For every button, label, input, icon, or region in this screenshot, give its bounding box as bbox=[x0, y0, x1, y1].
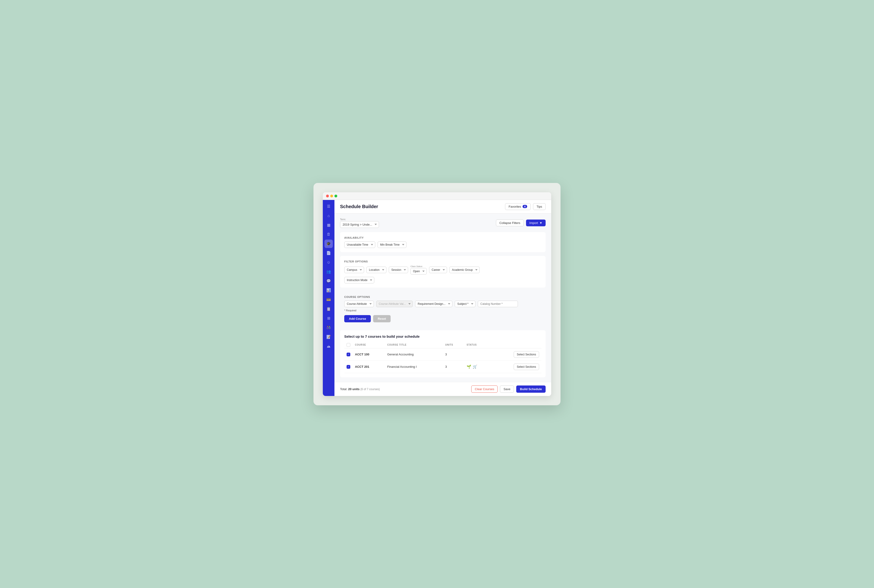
sidebar-face-icon[interactable]: ☺ bbox=[324, 258, 333, 267]
sidebar-document-icon[interactable]: 📄 bbox=[324, 249, 333, 257]
save-button[interactable]: Save bbox=[500, 386, 514, 393]
sidebar-clipboard-icon[interactable]: 📝 bbox=[324, 333, 333, 341]
term-label: Term: bbox=[340, 218, 379, 221]
select-all-checkbox[interactable] bbox=[346, 343, 350, 347]
filter-options-label: FILTER OPTIONS bbox=[344, 260, 541, 263]
total-value: 20 units bbox=[348, 387, 360, 391]
col-course-header: COURSE bbox=[352, 342, 385, 348]
course-options-label: COURSE OPTIONS bbox=[344, 296, 541, 298]
catalog-number-input[interactable] bbox=[478, 301, 518, 307]
main-content: Schedule Builder Favorites 4 Tips bbox=[334, 200, 551, 396]
academic-group-select[interactable]: Academic Group bbox=[449, 267, 480, 273]
unavailable-time-select[interactable]: Unavailable Time bbox=[344, 242, 375, 248]
cart-icon: 🛒 bbox=[473, 364, 477, 369]
subject-select[interactable]: Subject * bbox=[455, 301, 475, 307]
sidebar-chart-icon[interactable]: 📊 bbox=[324, 286, 333, 295]
location-select[interactable]: Location bbox=[366, 267, 387, 273]
availability-filters: Unavailable Time Min Break Time bbox=[344, 242, 541, 248]
build-schedule-button[interactable]: Build Schedule bbox=[516, 386, 546, 393]
table-section: Select up to 7 courses to build your sch… bbox=[340, 330, 546, 377]
course-table: COURSE COURSE TITLE UNITS STATUS ✓ACCT 1… bbox=[344, 342, 541, 373]
min-break-time-select[interactable]: Min Break Time bbox=[378, 242, 406, 248]
footer-bar: Total: 20 units (6 of 7 courses) Clear C… bbox=[334, 382, 551, 396]
total-text: Total: 20 units (6 of 7 courses) bbox=[340, 387, 380, 391]
course-status bbox=[464, 348, 490, 360]
top-bar-actions: Favorites 4 Tips bbox=[505, 203, 546, 210]
mac-window: ☰ ⌂ ▦ 🗓 🎓 📄 ☺ 👥 💬 📊 💳 📋 ⊞ 👫 📝 ⛰ bbox=[323, 192, 551, 396]
campus-select[interactable]: Campus bbox=[344, 267, 364, 273]
select-sections-button[interactable]: Select Sections bbox=[514, 351, 539, 358]
select-sections-button[interactable]: Select Sections bbox=[514, 364, 539, 370]
course-units: 3 bbox=[443, 360, 464, 373]
availability-label: AVAILABILITY bbox=[344, 236, 541, 239]
top-bar: Schedule Builder Favorites 4 Tips bbox=[334, 200, 551, 213]
term-select[interactable]: 2019 Spring > Unde... bbox=[340, 221, 379, 228]
table-row: ✓ACCT 100General Accounting3Select Secti… bbox=[344, 348, 541, 360]
sidebar-chat-icon[interactable]: 💬 bbox=[324, 277, 333, 285]
sidebar-people-icon[interactable]: 👫 bbox=[324, 324, 333, 332]
class-status-select[interactable]: Open bbox=[411, 268, 427, 274]
content-area: Term: 2019 Spring > Unde... Collapse Fil… bbox=[334, 213, 551, 382]
minimize-dot[interactable] bbox=[330, 195, 333, 197]
outer-window: ☰ ⌂ ▦ 🗓 🎓 📄 ☺ 👥 💬 📊 💳 📋 ⊞ 👫 📝 ⛰ bbox=[313, 183, 561, 405]
col-status-header: STATUS bbox=[464, 342, 490, 348]
col-title-header: COURSE TITLE bbox=[385, 342, 443, 348]
course-attribute-select[interactable]: Course Attribute bbox=[344, 301, 374, 307]
footer-actions: Clear Courses Save Build Schedule bbox=[471, 386, 546, 393]
term-select-wrap: Term: 2019 Spring > Unde... bbox=[340, 218, 379, 228]
instruction-mode-select[interactable]: Instruction Mode bbox=[344, 277, 374, 284]
career-select[interactable]: Career bbox=[429, 267, 447, 273]
class-status-label: Class Status: bbox=[411, 265, 427, 267]
import-label: Import bbox=[529, 221, 538, 225]
filter-options-row2: Instruction Mode bbox=[344, 277, 541, 284]
row-checkbox[interactable]: ✓ bbox=[346, 365, 350, 369]
total-label: Total: bbox=[340, 387, 347, 391]
page-title: Schedule Builder bbox=[340, 204, 378, 209]
course-title: General Accounting bbox=[385, 348, 443, 360]
sidebar-graduation-icon[interactable]: 🎓 bbox=[324, 240, 333, 248]
add-course-button[interactable]: Add Course bbox=[344, 315, 371, 322]
class-status-wrap: Class Status: Open bbox=[411, 265, 427, 274]
tips-label: Tips bbox=[537, 205, 542, 208]
total-sub: (6 of 7 courses) bbox=[360, 388, 380, 391]
required-note: * Required bbox=[344, 309, 541, 312]
import-button[interactable]: Import ▼ bbox=[526, 219, 546, 226]
status-green-icon: 🌱 bbox=[466, 364, 471, 369]
clear-courses-button[interactable]: Clear Courses bbox=[471, 386, 498, 393]
collapse-filters-button[interactable]: Collapse Filters bbox=[496, 219, 524, 226]
sidebar-home-icon[interactable]: ⌂ bbox=[324, 212, 333, 220]
sidebar-menu-icon[interactable]: ☰ bbox=[324, 202, 333, 211]
app-body: ☰ ⌂ ▦ 🗓 🎓 📄 ☺ 👥 💬 📊 💳 📋 ⊞ 👫 📝 ⛰ bbox=[323, 200, 551, 396]
sidebar-calendar-icon[interactable]: 🗓 bbox=[324, 230, 333, 238]
row-checkbox[interactable]: ✓ bbox=[346, 352, 350, 356]
course-status: 🌱🛒 bbox=[464, 360, 490, 373]
import-chevron-icon: ▼ bbox=[539, 221, 542, 225]
filter-options-section: FILTER OPTIONS Campus Location Session bbox=[340, 256, 546, 288]
close-dot[interactable] bbox=[326, 195, 329, 197]
sidebar-card-icon[interactable]: 💳 bbox=[324, 296, 333, 304]
requirement-design-select[interactable]: Requirement Design... bbox=[415, 301, 453, 307]
sidebar-users-icon[interactable]: 👥 bbox=[324, 267, 333, 276]
favorites-button[interactable]: Favorites 4 bbox=[505, 203, 531, 210]
sidebar-grid-icon[interactable]: ▦ bbox=[324, 221, 333, 230]
reset-button[interactable]: Reset bbox=[373, 315, 391, 322]
sidebar: ☰ ⌂ ▦ 🗓 🎓 📄 ☺ 👥 💬 📊 💳 📋 ⊞ 👫 📝 ⛰ bbox=[323, 200, 334, 396]
table-row: ✓ACCT 201Financial Accounting I3🌱🛒Select… bbox=[344, 360, 541, 373]
course-attribute-val-select[interactable]: Course Attribute Val... bbox=[376, 301, 413, 307]
title-bar bbox=[323, 192, 551, 200]
course-options-section: COURSE OPTIONS Course Attribute Course A… bbox=[340, 291, 546, 327]
course-options-row: Course Attribute Course Attribute Val...… bbox=[344, 301, 541, 307]
course-code: ACCT 100 bbox=[352, 348, 385, 360]
table-header: Select up to 7 courses to build your sch… bbox=[344, 334, 541, 338]
sidebar-table-icon[interactable]: ⊞ bbox=[324, 314, 333, 322]
sidebar-mountain-icon[interactable]: ⛰ bbox=[324, 342, 333, 351]
filter-options-row1: Campus Location Session Class Status: bbox=[344, 265, 541, 274]
expand-dot[interactable] bbox=[334, 195, 337, 197]
session-select[interactable]: Session bbox=[389, 267, 408, 273]
term-actions: Collapse Filters Import ▼ bbox=[496, 219, 546, 226]
term-row: Term: 2019 Spring > Unde... Collapse Fil… bbox=[340, 218, 546, 228]
tips-button[interactable]: Tips bbox=[533, 203, 546, 210]
availability-section: AVAILABILITY Unavailable Time Min Break … bbox=[340, 232, 546, 252]
sidebar-list-icon[interactable]: 📋 bbox=[324, 305, 333, 313]
course-title: Financial Accounting I bbox=[385, 360, 443, 373]
